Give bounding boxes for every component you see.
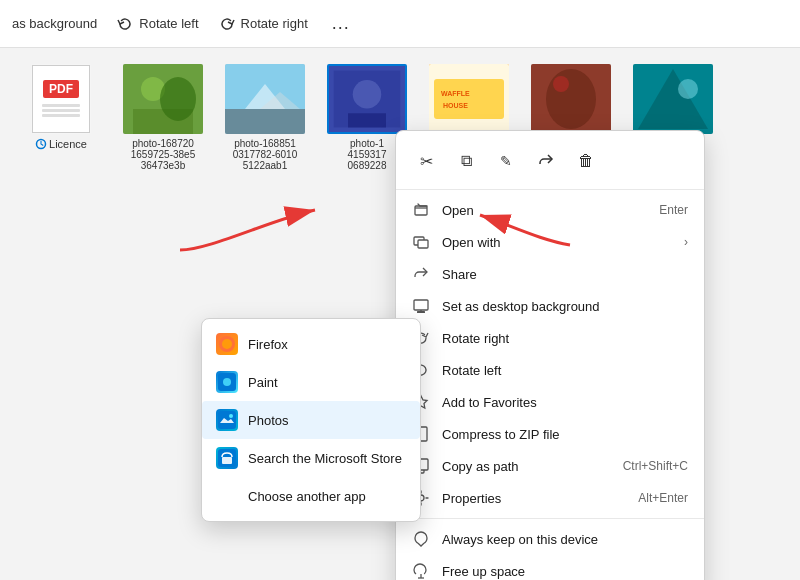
img2-thumb — [225, 64, 305, 134]
set-background-icon — [412, 297, 430, 315]
set-background-label: as background — [12, 16, 97, 31]
svg-rect-14 — [434, 79, 504, 119]
svg-rect-35 — [417, 311, 425, 313]
keep-device-icon — [412, 530, 430, 548]
set-background-btn[interactable]: as background — [12, 16, 97, 31]
img5-thumb — [531, 64, 611, 134]
open-with-arrow: › — [684, 235, 688, 249]
svg-point-4 — [160, 77, 196, 121]
img2-content — [225, 64, 305, 134]
ctx-rotate-left[interactable]: Rotate left — [396, 354, 704, 386]
img3-content — [329, 64, 405, 134]
rotate-right-label: Rotate right — [241, 16, 308, 31]
sync-icon — [35, 138, 47, 150]
rotate-left-label: Rotate left — [442, 363, 688, 378]
rotate-right-label: Rotate right — [442, 331, 688, 346]
svg-rect-30 — [218, 411, 236, 429]
firefox-label: Firefox — [248, 337, 288, 352]
img5-content — [531, 64, 611, 134]
file-item-pdf[interactable]: PDF Licence — [16, 64, 106, 150]
rename-btn[interactable]: ✎ — [488, 143, 524, 179]
svg-rect-25 — [418, 240, 428, 248]
open-label: Open — [442, 203, 647, 218]
img3-thumb — [327, 64, 407, 134]
file-item-img1[interactable]: photo-1687201659725-38e536473e3b — [118, 64, 208, 171]
compress-zip-label: Compress to ZIP file — [442, 427, 688, 442]
firefox-icon — [216, 333, 238, 355]
context-menu-icon-bar: ✂ ⧉ ✎ 🗑 — [396, 137, 704, 190]
rotate-right-icon — [219, 16, 235, 32]
submenu-store[interactable]: Search the Microsoft Store — [202, 439, 420, 477]
add-favorites-label: Add to Favorites — [442, 395, 688, 410]
cut-btn[interactable]: ✂ — [408, 143, 444, 179]
submenu-choose-app[interactable]: Choose another app — [202, 477, 420, 515]
choose-app-label: Choose another app — [248, 489, 366, 504]
ctx-share[interactable]: Share — [396, 258, 704, 290]
properties-label: Properties — [442, 491, 626, 506]
ctx-compress-zip[interactable]: Compress to ZIP file — [396, 418, 704, 450]
share-btn-icon[interactable] — [528, 143, 564, 179]
file-label: photo-141593170689228 — [348, 138, 387, 171]
svg-point-11 — [353, 80, 382, 109]
file-label: photo-1688510317782-60105122aab1 — [233, 138, 298, 171]
submenu-paint[interactable]: Paint — [202, 363, 420, 401]
img1-thumb — [123, 64, 203, 134]
rotate-left-btn[interactable]: Rotate left — [117, 16, 198, 32]
rotate-left-icon — [117, 16, 133, 32]
submenu-firefox[interactable]: Firefox — [202, 325, 420, 363]
photos-label: Photos — [248, 413, 288, 428]
file-item-img4[interactable]: WAFFLE HOUSE — [424, 64, 514, 138]
svg-point-18 — [546, 69, 596, 129]
img1-content — [123, 64, 203, 134]
ctx-set-background[interactable]: Set as desktop background — [396, 290, 704, 322]
ctx-open[interactable]: Open Enter — [396, 194, 704, 226]
img6-content — [633, 64, 713, 134]
open-shortcut: Enter — [659, 203, 688, 217]
file-item-img2[interactable]: photo-1688510317782-60105122aab1 — [220, 64, 310, 171]
store-icon — [216, 447, 238, 469]
share-icon — [412, 265, 430, 283]
img6-thumb — [633, 64, 713, 134]
file-item-img6[interactable] — [628, 64, 718, 138]
photos-icon — [216, 409, 238, 431]
free-space-label: Free up space — [442, 564, 688, 579]
file-label: Licence — [35, 138, 87, 150]
context-menu: ✂ ⧉ ✎ 🗑 Open Enter Open with › — [395, 130, 705, 580]
free-space-icon — [412, 562, 430, 580]
store-label: Search the Microsoft Store — [248, 451, 402, 466]
svg-rect-6 — [225, 109, 305, 134]
rotate-right-btn[interactable]: Rotate right — [219, 16, 308, 32]
ctx-add-favorites[interactable]: Add to Favorites — [396, 386, 704, 418]
ctx-rotate-right[interactable]: Rotate right — [396, 322, 704, 354]
open-icon — [412, 201, 430, 219]
pdf-thumb: PDF — [31, 64, 91, 134]
submenu-photos[interactable]: Photos — [202, 401, 420, 439]
svg-rect-34 — [414, 300, 428, 310]
img4-content: WAFFLE HOUSE — [429, 64, 509, 134]
svg-text:WAFFLE: WAFFLE — [441, 90, 470, 97]
copy-path-shortcut: Ctrl+Shift+C — [623, 459, 688, 473]
more-options-btn[interactable]: ... — [332, 13, 350, 34]
ctx-free-space[interactable]: Free up space — [396, 555, 704, 580]
ctx-open-with[interactable]: Open with › Firefox Paint Photos — [396, 226, 704, 258]
choose-app-icon — [216, 485, 238, 507]
delete-btn[interactable]: 🗑 — [568, 143, 604, 179]
ctx-properties[interactable]: Properties Alt+Enter — [396, 482, 704, 514]
ctx-copy-path[interactable]: Copy as path Ctrl+Shift+C — [396, 450, 704, 482]
svg-point-19 — [553, 76, 569, 92]
svg-point-27 — [222, 339, 232, 349]
img4-thumb: WAFFLE HOUSE — [429, 64, 509, 134]
red-arrow-1 — [170, 200, 330, 260]
ctx-keep-device[interactable]: Always keep on this device — [396, 523, 704, 555]
keep-device-label: Always keep on this device — [442, 532, 688, 547]
submenu-open-with: Firefox Paint Photos Search the Microsof… — [201, 318, 421, 522]
copy-path-label: Copy as path — [442, 459, 611, 474]
properties-shortcut: Alt+Enter — [638, 491, 688, 505]
svg-point-22 — [678, 79, 698, 99]
copy-btn[interactable]: ⧉ — [448, 143, 484, 179]
menu-divider — [396, 518, 704, 519]
svg-point-31 — [229, 414, 233, 418]
toolbar: as background Rotate left Rotate right .… — [0, 0, 800, 48]
svg-rect-33 — [222, 457, 232, 464]
paint-icon — [216, 371, 238, 393]
